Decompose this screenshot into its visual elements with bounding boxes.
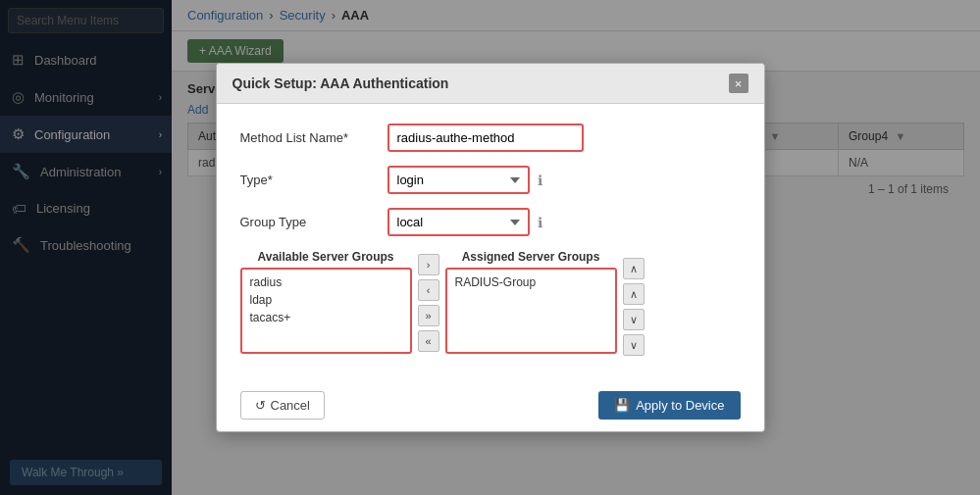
method-list-name-row: Method List Name* xyxy=(240,124,741,152)
move-all-right-button[interactable]: » xyxy=(418,305,439,326)
group-type-row: Group Type local radius tacacs+ ℹ xyxy=(240,208,741,236)
modal-title: Quick Setup: AAA Authentication xyxy=(232,75,449,91)
move-left-button[interactable]: ‹ xyxy=(418,279,439,301)
type-select-wrap: login exec dot1x ℹ xyxy=(387,166,542,194)
move-all-left-button[interactable]: « xyxy=(418,330,439,352)
group-type-label: Group Type xyxy=(240,215,387,229)
method-list-name-label: Method List Name* xyxy=(240,130,387,145)
cancel-button[interactable]: ↺ Cancel xyxy=(240,391,325,420)
list-item[interactable]: tacacs+ xyxy=(246,309,406,326)
move-right-button[interactable]: › xyxy=(418,254,439,275)
cancel-label: Cancel xyxy=(271,398,310,413)
modal-close-button[interactable]: × xyxy=(729,74,748,93)
list-item[interactable]: ldap xyxy=(246,291,406,309)
assigned-groups-box[interactable]: RADIUS-Group xyxy=(445,268,617,354)
type-row: Type* login exec dot1x ℹ xyxy=(240,166,741,194)
type-select[interactable]: login exec dot1x xyxy=(387,166,530,194)
move-top-button[interactable]: ∧ xyxy=(623,258,645,279)
groups-row: Available Server Groups radius ldap taca… xyxy=(240,250,741,360)
modal-header: Quick Setup: AAA Authentication × xyxy=(217,64,764,104)
list-item[interactable]: radius xyxy=(246,273,406,291)
order-controls: ∧ ∧ ∨ ∨ xyxy=(617,254,650,360)
group-type-info-icon[interactable]: ℹ xyxy=(538,215,542,230)
modal-body: Method List Name* Type* login exec dot1x… xyxy=(217,104,764,379)
apply-icon: 💾 xyxy=(614,398,630,413)
modal: Quick Setup: AAA Authentication × Method… xyxy=(216,63,765,432)
type-label: Type* xyxy=(240,173,387,187)
type-info-icon[interactable]: ℹ xyxy=(538,173,542,188)
available-groups-header: Available Server Groups xyxy=(240,250,412,264)
apply-to-device-button[interactable]: 💾 Apply to Device xyxy=(598,391,740,420)
move-up-button[interactable]: ∧ xyxy=(623,283,645,305)
modal-overlay: Quick Setup: AAA Authentication × Method… xyxy=(0,0,980,495)
server-groups-section: Available Server Groups radius ldap taca… xyxy=(240,250,741,360)
available-groups-box[interactable]: radius ldap tacacs+ xyxy=(240,268,412,354)
assigned-groups-header: Assigned Server Groups xyxy=(445,250,617,264)
apply-label: Apply to Device xyxy=(636,398,724,413)
group-type-select-wrap: local radius tacacs+ ℹ xyxy=(387,208,542,236)
move-bottom-button[interactable]: ∨ xyxy=(623,334,645,356)
group-type-select[interactable]: local radius tacacs+ xyxy=(387,208,530,236)
modal-footer: ↺ Cancel 💾 Apply to Device xyxy=(217,379,764,431)
method-list-name-input[interactable] xyxy=(387,124,584,152)
assigned-groups-container: Assigned Server Groups RADIUS-Group xyxy=(445,250,617,354)
move-down-button[interactable]: ∨ xyxy=(623,309,645,330)
list-item[interactable]: RADIUS-Group xyxy=(451,273,611,291)
available-groups-container: Available Server Groups radius ldap taca… xyxy=(240,250,412,354)
cancel-icon: ↺ xyxy=(255,398,266,413)
move-controls: › ‹ » « xyxy=(412,250,445,356)
